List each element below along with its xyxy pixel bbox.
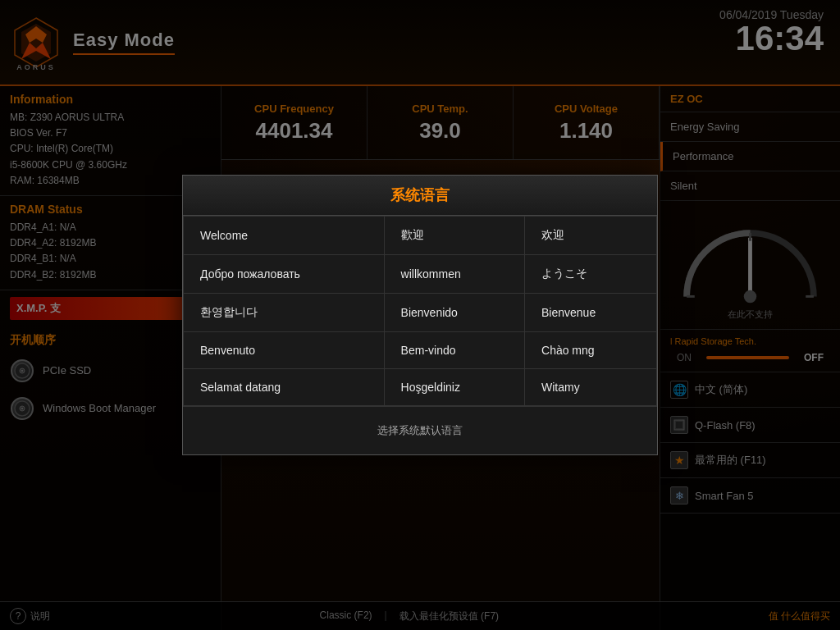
- lang-row-5[interactable]: Selamat datang Hoşgeldiniz Witamy: [184, 369, 657, 406]
- lang-row-4[interactable]: Benvenuto Bem-vindo Chào mng: [184, 332, 657, 369]
- lang-welcome-zh-cn[interactable]: 欢迎: [525, 217, 657, 255]
- lang-welcome-fr[interactable]: Bienvenue: [525, 294, 657, 332]
- lang-welcome-de[interactable]: willkommen: [384, 255, 524, 294]
- modal-footer: 选择系统默认语言: [183, 406, 657, 454]
- modal-title-bar: 系统语言: [183, 176, 657, 216]
- language-modal: 系统语言 Welcome 歡迎 欢迎 Добро пожаловать will…: [182, 175, 658, 455]
- language-table: Welcome 歡迎 欢迎 Добро пожаловать willkomme…: [183, 216, 657, 406]
- lang-welcome-ja[interactable]: ようこそ: [525, 255, 657, 294]
- lang-welcome-ms[interactable]: Selamat datang: [184, 369, 385, 406]
- lang-welcome-ru[interactable]: Добро пожаловать: [184, 255, 385, 294]
- modal-overlay[interactable]: 系统语言 Welcome 歡迎 欢迎 Добро пожаловать will…: [0, 0, 840, 630]
- lang-welcome-es[interactable]: Bienvenido: [384, 294, 524, 332]
- lang-row-3[interactable]: 환영합니다 Bienvenido Bienvenue: [184, 294, 657, 332]
- lang-welcome-zh-tw[interactable]: 歡迎: [384, 217, 524, 255]
- lang-welcome-en[interactable]: Welcome: [184, 217, 385, 255]
- lang-welcome-pt[interactable]: Bem-vindo: [384, 332, 524, 369]
- lang-welcome-it[interactable]: Benvenuto: [184, 332, 385, 369]
- lang-row-1[interactable]: Welcome 歡迎 欢迎: [184, 217, 657, 255]
- lang-welcome-vi[interactable]: Chào mng: [525, 332, 657, 369]
- lang-welcome-ko[interactable]: 환영합니다: [184, 294, 385, 332]
- lang-welcome-tr[interactable]: Hoşgeldiniz: [384, 369, 524, 406]
- lang-row-2[interactable]: Добро пожаловать willkommen ようこそ: [184, 255, 657, 294]
- lang-welcome-pl[interactable]: Witamy: [525, 369, 657, 406]
- modal-title: 系统语言: [199, 185, 641, 205]
